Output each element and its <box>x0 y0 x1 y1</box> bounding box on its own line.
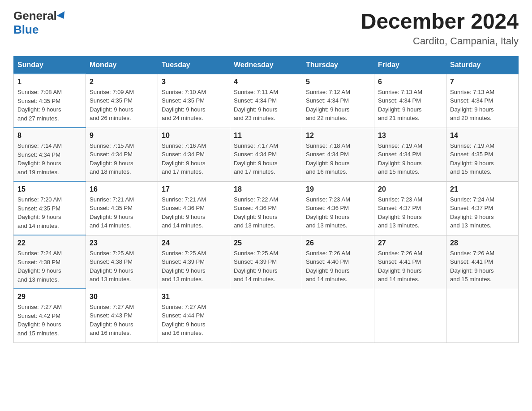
day-info: Sunrise: 7:14 AM Sunset: 4:34 PM Dayligh… <box>17 141 82 176</box>
calendar-cell: 13 Sunrise: 7:19 AM Sunset: 4:34 PM Dayl… <box>374 128 446 181</box>
calendar-cell: 19 Sunrise: 7:23 AM Sunset: 4:36 PM Dayl… <box>302 181 374 235</box>
day-number: 27 <box>378 239 442 247</box>
calendar-week-5: 29 Sunrise: 7:27 AM Sunset: 4:42 PM Dayl… <box>14 289 519 342</box>
calendar-week-2: 8 Sunrise: 7:14 AM Sunset: 4:34 PM Dayli… <box>14 128 519 181</box>
day-info: Sunrise: 7:26 AM Sunset: 4:40 PM Dayligh… <box>306 249 370 284</box>
calendar-cell: 17 Sunrise: 7:21 AM Sunset: 4:36 PM Dayl… <box>158 181 230 235</box>
header-thursday: Thursday <box>302 56 374 74</box>
day-number: 9 <box>90 132 154 140</box>
day-number: 18 <box>234 185 298 193</box>
calendar-cell: 28 Sunrise: 7:26 AM Sunset: 4:41 PM Dayl… <box>446 235 519 289</box>
calendar-week-1: 1 Sunrise: 7:08 AM Sunset: 4:35 PM Dayli… <box>14 74 519 128</box>
header-monday: Monday <box>86 56 158 74</box>
day-number: 22 <box>17 239 82 247</box>
day-number: 15 <box>17 185 82 193</box>
day-info: Sunrise: 7:21 AM Sunset: 4:36 PM Dayligh… <box>162 195 226 230</box>
day-number: 29 <box>17 293 82 301</box>
calendar-cell <box>230 289 302 342</box>
calendar-table: SundayMondayTuesdayWednesdayThursdayFrid… <box>13 56 519 343</box>
day-number: 10 <box>162 132 226 140</box>
calendar-cell: 18 Sunrise: 7:22 AM Sunset: 4:36 PM Dayl… <box>230 181 302 235</box>
calendar-cell <box>302 289 374 342</box>
day-info: Sunrise: 7:19 AM Sunset: 4:35 PM Dayligh… <box>450 141 515 176</box>
calendar-cell: 14 Sunrise: 7:19 AM Sunset: 4:35 PM Dayl… <box>446 128 519 181</box>
title-section: December 2024 Cardito, Campania, Italy <box>361 9 519 47</box>
header-friday: Friday <box>374 56 446 74</box>
calendar-cell: 16 Sunrise: 7:21 AM Sunset: 4:35 PM Dayl… <box>86 181 158 235</box>
calendar-cell: 8 Sunrise: 7:14 AM Sunset: 4:34 PM Dayli… <box>14 128 86 181</box>
calendar-cell: 30 Sunrise: 7:27 AM Sunset: 4:43 PM Dayl… <box>86 289 158 342</box>
day-info: Sunrise: 7:23 AM Sunset: 4:36 PM Dayligh… <box>306 195 370 230</box>
day-info: Sunrise: 7:13 AM Sunset: 4:34 PM Dayligh… <box>378 88 442 123</box>
day-number: 25 <box>234 239 298 247</box>
day-info: Sunrise: 7:08 AM Sunset: 4:35 PM Dayligh… <box>17 88 82 123</box>
day-info: Sunrise: 7:17 AM Sunset: 4:34 PM Dayligh… <box>234 141 298 176</box>
day-info: Sunrise: 7:18 AM Sunset: 4:34 PM Dayligh… <box>306 141 370 176</box>
day-number: 4 <box>234 78 298 86</box>
logo: General Blue <box>13 9 67 37</box>
day-number: 14 <box>450 132 515 140</box>
day-number: 2 <box>90 78 154 86</box>
day-number: 31 <box>162 293 226 301</box>
calendar-cell <box>446 289 519 342</box>
day-number: 12 <box>306 132 370 140</box>
calendar-cell: 20 Sunrise: 7:23 AM Sunset: 4:37 PM Dayl… <box>374 181 446 235</box>
day-info: Sunrise: 7:26 AM Sunset: 4:41 PM Dayligh… <box>378 249 442 284</box>
calendar-week-3: 15 Sunrise: 7:20 AM Sunset: 4:35 PM Dayl… <box>14 181 519 235</box>
calendar-cell: 22 Sunrise: 7:24 AM Sunset: 4:38 PM Dayl… <box>14 235 86 289</box>
calendar-header-row: SundayMondayTuesdayWednesdayThursdayFrid… <box>14 56 519 74</box>
day-number: 5 <box>306 78 370 86</box>
calendar-cell: 26 Sunrise: 7:26 AM Sunset: 4:40 PM Dayl… <box>302 235 374 289</box>
day-number: 11 <box>234 132 298 140</box>
day-number: 20 <box>378 185 442 193</box>
day-number: 6 <box>378 78 442 86</box>
calendar-cell: 10 Sunrise: 7:16 AM Sunset: 4:34 PM Dayl… <box>158 128 230 181</box>
day-info: Sunrise: 7:27 AM Sunset: 4:44 PM Dayligh… <box>162 303 226 338</box>
calendar-cell: 25 Sunrise: 7:25 AM Sunset: 4:39 PM Dayl… <box>230 235 302 289</box>
header-wednesday: Wednesday <box>230 56 302 74</box>
calendar-cell: 3 Sunrise: 7:10 AM Sunset: 4:35 PM Dayli… <box>158 74 230 128</box>
calendar-cell: 1 Sunrise: 7:08 AM Sunset: 4:35 PM Dayli… <box>14 74 86 128</box>
day-number: 28 <box>450 239 515 247</box>
calendar-cell: 2 Sunrise: 7:09 AM Sunset: 4:35 PM Dayli… <box>86 74 158 128</box>
calendar-cell: 6 Sunrise: 7:13 AM Sunset: 4:34 PM Dayli… <box>374 74 446 128</box>
header-sunday: Sunday <box>14 56 86 74</box>
month-title: December 2024 <box>361 9 519 34</box>
calendar-cell: 23 Sunrise: 7:25 AM Sunset: 4:38 PM Dayl… <box>86 235 158 289</box>
day-info: Sunrise: 7:23 AM Sunset: 4:37 PM Dayligh… <box>378 195 442 230</box>
day-info: Sunrise: 7:22 AM Sunset: 4:36 PM Dayligh… <box>234 195 298 230</box>
day-number: 30 <box>90 293 154 301</box>
day-number: 17 <box>162 185 226 193</box>
calendar-cell: 21 Sunrise: 7:24 AM Sunset: 4:37 PM Dayl… <box>446 181 519 235</box>
page-header: General Blue December 2024 Cardito, Camp… <box>13 9 519 47</box>
day-info: Sunrise: 7:10 AM Sunset: 4:35 PM Dayligh… <box>162 88 226 123</box>
day-info: Sunrise: 7:25 AM Sunset: 4:39 PM Dayligh… <box>162 249 226 284</box>
day-info: Sunrise: 7:27 AM Sunset: 4:43 PM Dayligh… <box>90 303 154 338</box>
day-number: 16 <box>90 185 154 193</box>
day-info: Sunrise: 7:21 AM Sunset: 4:35 PM Dayligh… <box>90 195 154 230</box>
day-info: Sunrise: 7:19 AM Sunset: 4:34 PM Dayligh… <box>378 141 442 176</box>
logo-triangle-icon <box>57 11 68 21</box>
day-number: 24 <box>162 239 226 247</box>
day-info: Sunrise: 7:16 AM Sunset: 4:34 PM Dayligh… <box>162 141 226 176</box>
calendar-cell: 4 Sunrise: 7:11 AM Sunset: 4:34 PM Dayli… <box>230 74 302 128</box>
day-number: 23 <box>90 239 154 247</box>
day-number: 7 <box>450 78 515 86</box>
location-title: Cardito, Campania, Italy <box>361 35 519 47</box>
calendar-cell: 15 Sunrise: 7:20 AM Sunset: 4:35 PM Dayl… <box>14 181 86 235</box>
day-info: Sunrise: 7:20 AM Sunset: 4:35 PM Dayligh… <box>17 195 82 230</box>
logo-general-text: General <box>13 9 57 23</box>
day-number: 19 <box>306 185 370 193</box>
day-info: Sunrise: 7:09 AM Sunset: 4:35 PM Dayligh… <box>90 88 154 123</box>
calendar-cell: 31 Sunrise: 7:27 AM Sunset: 4:44 PM Dayl… <box>158 289 230 342</box>
day-number: 8 <box>17 132 82 140</box>
logo-blue-text: Blue <box>13 23 39 37</box>
header-saturday: Saturday <box>446 56 519 74</box>
day-number: 21 <box>450 185 515 193</box>
calendar-cell: 24 Sunrise: 7:25 AM Sunset: 4:39 PM Dayl… <box>158 235 230 289</box>
day-number: 3 <box>162 78 226 86</box>
day-number: 13 <box>378 132 442 140</box>
calendar-cell <box>374 289 446 342</box>
calendar-cell: 27 Sunrise: 7:26 AM Sunset: 4:41 PM Dayl… <box>374 235 446 289</box>
calendar-cell: 7 Sunrise: 7:13 AM Sunset: 4:34 PM Dayli… <box>446 74 519 128</box>
